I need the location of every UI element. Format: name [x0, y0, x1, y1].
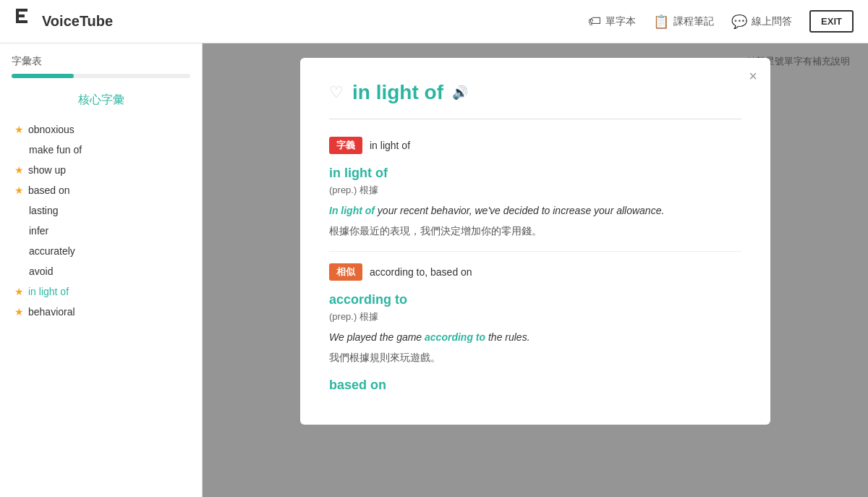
sound-icon[interactable]: 🔊 — [452, 85, 468, 101]
pos2: (prep.) 根據 — [329, 310, 741, 323]
list-item[interactable]: ★ based on — [12, 180, 190, 200]
core-vocab-title: 核心字彙 — [12, 93, 190, 108]
progress-bar-container — [12, 74, 190, 78]
vocab-word: accurately — [29, 245, 75, 257]
term3: based on — [329, 378, 741, 393]
header: VoiceTube 🏷 單字本 📋 課程筆記 💬 線上問答 EXIT — [0, 0, 868, 43]
logo-icon — [14, 9, 36, 35]
logo-area: VoiceTube — [14, 9, 588, 35]
nav-vocabulary-label: 單字本 — [605, 15, 636, 28]
svg-rect-5 — [16, 14, 19, 17]
star-icon: ★ — [14, 286, 24, 297]
vocab-word: infer — [29, 225, 48, 237]
section-sep — [329, 251, 741, 252]
vocab-word: avoid — [29, 266, 53, 277]
vocab-word: lasting — [29, 205, 58, 216]
list-item[interactable]: ★ in light of — [12, 281, 190, 302]
list-item[interactable]: ★ obnoxious — [12, 119, 190, 140]
vocab-list: ★ obnoxious make fun of ★ show up ★ base… — [12, 119, 190, 322]
svg-rect-10 — [19, 20, 22, 23]
nav-qa[interactable]: 💬 線上問答 — [731, 14, 792, 30]
sidebar-title: 字彙表 — [12, 55, 190, 68]
star-icon: ★ — [14, 164, 24, 176]
list-item[interactable]: avoid — [12, 261, 190, 281]
svg-rect-7 — [22, 14, 25, 17]
example2-en-before: We played the game — [329, 331, 425, 343]
chat-icon: 💬 — [731, 14, 747, 30]
tag-icon: 🏷 — [588, 14, 601, 29]
svg-rect-6 — [19, 14, 22, 17]
term2: according to — [329, 292, 741, 307]
example-zh-2: 我們根據規則來玩遊戲。 — [329, 349, 741, 365]
modal-close-button[interactable]: × — [749, 68, 757, 85]
nav-notes[interactable]: 📋 課程筆記 — [653, 14, 714, 30]
definition-badge: 字義 — [329, 137, 362, 154]
example-en-after-1: your recent behavior, we've decided to i… — [375, 205, 664, 216]
exit-button[interactable]: EXIT — [809, 10, 854, 33]
svg-rect-12 — [25, 20, 27, 23]
modal-overlay: × ♡ in light of 🔊 字義 in light of in ligh… — [203, 43, 868, 497]
vocab-word: based on — [28, 184, 70, 196]
svg-rect-3 — [25, 9, 27, 12]
svg-rect-9 — [16, 20, 19, 23]
vocab-word: in light of — [28, 286, 69, 297]
star-icon: ★ — [14, 306, 24, 318]
star-icon: ★ — [14, 184, 24, 196]
vocab-word: behavioral — [28, 306, 75, 318]
example-en-1: In light of your recent behavior, we've … — [329, 203, 741, 218]
modal-dialog: × ♡ in light of 🔊 字義 in light of in ligh… — [300, 58, 770, 425]
heart-icon[interactable]: ♡ — [329, 83, 344, 102]
example2-en-after: the rules. — [485, 331, 529, 343]
svg-rect-0 — [16, 9, 19, 12]
svg-rect-4 — [16, 12, 19, 14]
definition-term: in light of — [329, 166, 741, 181]
list-item[interactable]: make fun of — [12, 140, 190, 160]
notes-icon: 📋 — [653, 14, 669, 30]
content-area: ★ 點擊星號單字有補充說明 × ♡ in light of 🔊 字義 in li… — [203, 43, 868, 497]
list-item[interactable]: accurately — [12, 241, 190, 261]
list-item[interactable]: ★ show up — [12, 160, 190, 180]
vocab-word: obnoxious — [28, 124, 75, 135]
svg-rect-11 — [22, 20, 25, 23]
definition-section-header: 字義 in light of — [329, 137, 741, 154]
modal-title: in light of — [352, 81, 443, 104]
progress-bar-fill — [12, 74, 74, 78]
svg-rect-8 — [16, 17, 19, 20]
list-item[interactable]: ★ behavioral — [12, 302, 190, 322]
example-en-2: We played the game according to the rule… — [329, 329, 741, 345]
nav-vocabulary[interactable]: 🏷 單字本 — [588, 14, 636, 29]
list-item[interactable]: lasting — [12, 200, 190, 221]
similar-badge: 相似 — [329, 263, 362, 281]
main-layout: 字彙表 核心字彙 ★ obnoxious make fun of ★ show … — [0, 43, 868, 497]
star-icon: ★ — [14, 124, 24, 135]
highlight-2: according to — [425, 331, 485, 343]
modal-divider — [329, 119, 741, 119]
similar-words: according to, based on — [370, 266, 472, 278]
similar-section-header: 相似 according to, based on — [329, 263, 741, 281]
sidebar: 字彙表 核心字彙 ★ obnoxious make fun of ★ show … — [0, 43, 203, 497]
modal-title-row: ♡ in light of 🔊 — [329, 81, 741, 104]
svg-rect-1 — [19, 9, 22, 12]
header-nav: 🏷 單字本 📋 課程筆記 💬 線上問答 EXIT — [588, 10, 854, 33]
nav-notes-label: 課程筆記 — [673, 15, 714, 28]
svg-rect-2 — [22, 9, 25, 12]
highlight-1: In light of — [329, 205, 375, 216]
definition-pos: (prep.) 根據 — [329, 184, 741, 197]
vocab-word: make fun of — [29, 144, 82, 156]
logo-text: VoiceTube — [42, 13, 113, 30]
example-zh-1: 根據你最近的表現，我們決定增加你的零用錢。 — [329, 223, 741, 239]
definition-word-label: in light of — [370, 140, 410, 151]
list-item[interactable]: infer — [12, 221, 190, 241]
vocab-word: show up — [28, 164, 66, 176]
nav-qa-label: 線上問答 — [752, 15, 792, 28]
